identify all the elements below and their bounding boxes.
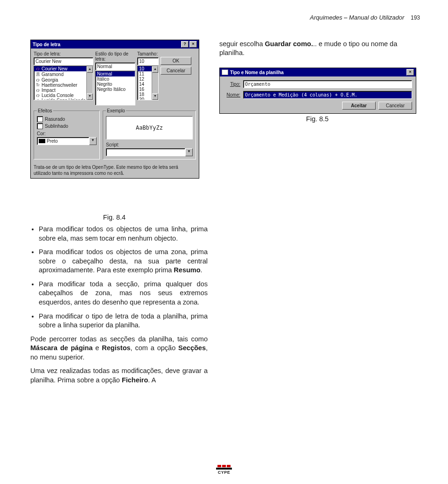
color-swatch-icon <box>39 139 45 143</box>
bullet-item: Para modificar todos os objectos de uma … <box>39 225 208 243</box>
name-input[interactable]: Orçamento e Medição (4 colunas) + O.E.M. <box>243 91 412 99</box>
close-icon[interactable]: × <box>189 41 197 48</box>
scroll-up-icon[interactable]: ▲ <box>152 66 158 73</box>
sheet-name-title: Tipo e Nome da planilha <box>230 70 284 75</box>
style-label: Estilo do tipo de letra: <box>95 51 135 62</box>
script-label: Script: <box>106 142 193 147</box>
page-header: Arquimedes – Manual do Utilizador 193 <box>310 14 420 21</box>
bullet-item: Para modificar toda a secção, prima qual… <box>39 280 208 307</box>
style-input[interactable]: Normal <box>95 62 135 70</box>
page-number: 193 <box>411 14 420 21</box>
font-dialog: Tipo de letra ? × Tipo de letra: Courier… <box>30 40 199 179</box>
font-scrollbar[interactable]: ▲ ▼ <box>86 66 93 100</box>
size-input[interactable]: 10 <box>137 57 159 65</box>
font-dialog-titlebar[interactable]: Tipo de letra ? × <box>31 40 199 48</box>
underline-checkbox[interactable]: Sublinhado <box>37 123 97 129</box>
effects-group: Efeitos Rasurado Sublinhado Cor: Preto ▼ <box>34 108 100 159</box>
size-listbox[interactable]: 10 11 12 14 16 18 20 ▲ ▼ <box>137 66 159 100</box>
doc-title: Arquimedes – Manual do Utilizador <box>310 14 404 21</box>
color-label: Cor: <box>37 131 97 136</box>
body-text: Para modificar todos os objectos de uma … <box>30 225 208 389</box>
logo-text: CYPE <box>216 470 232 475</box>
font-label: Tipo de letra: <box>34 51 93 56</box>
strikeout-checkbox[interactable]: Rasurado <box>37 116 97 122</box>
cancel-button[interactable]: Cancelar <box>378 102 412 110</box>
scroll-down-icon[interactable]: ▼ <box>152 93 158 100</box>
style-listbox[interactable]: Normal Itálico Negrito Negrito Itálico <box>95 71 135 105</box>
figure-caption-8-5: Fig. 8.5 <box>219 115 415 123</box>
font-dialog-note: Trata-se de um tipo de letra OpenType. E… <box>34 164 196 176</box>
sheet-name-titlebar[interactable]: Tipo e Nome da planilha × <box>220 68 416 76</box>
close-icon[interactable]: × <box>406 69 414 76</box>
name-label: Nome: <box>224 92 240 97</box>
size-label: Tamanho: <box>137 51 159 56</box>
font-input[interactable]: Courier New <box>34 57 93 65</box>
font-dialog-title: Tipo de letra <box>33 42 60 47</box>
scroll-up-icon[interactable]: ▲ <box>87 66 93 73</box>
checkbox-icon[interactable] <box>37 123 43 129</box>
intro-paragraph: seguir escolha Guardar como... e mude o … <box>219 40 415 57</box>
sheet-name-dialog: Tipo e Nome da planilha × Tipo: Orçament… <box>219 68 416 114</box>
scroll-down-icon[interactable]: ▼ <box>87 93 93 100</box>
ok-button[interactable]: OK <box>161 57 191 65</box>
type-label: Tipo: <box>224 82 240 87</box>
color-combo[interactable]: Preto ▼ <box>37 137 97 145</box>
body-paragraph: Pode percorrer todas as secções da plani… <box>30 335 208 362</box>
body-paragraph: Uma vez realizadas todas as modificações… <box>30 366 208 385</box>
example-group: Exemplo AaBbYyZz Script: ▼ <box>103 108 196 159</box>
type-input[interactable]: Orçamento <box>243 80 412 88</box>
accept-button[interactable]: Aceitar <box>342 102 376 110</box>
chevron-down-icon[interactable]: ▼ <box>89 137 97 145</box>
script-combo[interactable]: ▼ <box>106 148 193 156</box>
bullet-item: Para modificar todos os objectos de uma … <box>39 248 208 275</box>
chevron-down-icon[interactable]: ▼ <box>185 148 193 156</box>
checkbox-icon[interactable] <box>37 116 43 122</box>
size-scrollbar[interactable]: ▲ ▼ <box>152 66 158 100</box>
help-icon[interactable]: ? <box>181 41 189 48</box>
bullet-item: Para modificar o tipo de letra de toda a… <box>39 312 208 330</box>
figure-caption-8-4: Fig. 8.4 <box>30 214 198 221</box>
font-listbox[interactable]: OCourier New 且Garamond OGeorgia TrHaette… <box>34 66 93 100</box>
sheet-icon <box>222 69 228 75</box>
cype-logo: CYPE <box>216 465 232 475</box>
sample-preview: AaBbYyZz <box>106 116 193 139</box>
cancel-button[interactable]: Cancelar <box>161 67 191 75</box>
